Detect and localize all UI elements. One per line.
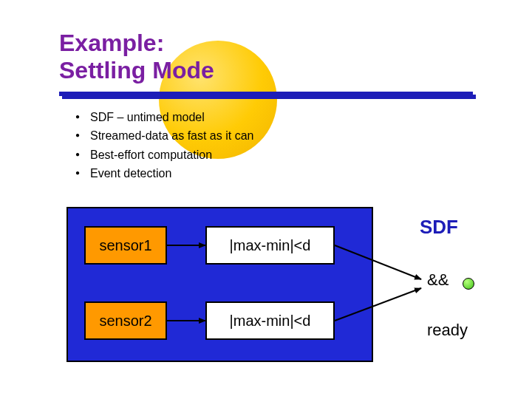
connectors <box>66 207 480 373</box>
svg-line-3 <box>335 288 421 321</box>
ready-label: ready <box>427 321 468 340</box>
bullet-item: Best-effort computation <box>75 146 480 165</box>
slide-title: Example: Settling Mode <box>59 30 480 84</box>
bullet-item: Event detection <box>75 164 480 183</box>
sdf-label: SDF <box>420 216 458 239</box>
diagram: sensor1 sensor2 |max-min|<d |max-min|<d … <box>66 207 480 373</box>
output-token-icon <box>463 278 474 290</box>
underline-bar <box>59 92 473 96</box>
title-line-1: Example: <box>59 30 480 57</box>
title-line-2: Settling Mode <box>59 57 480 84</box>
bullet-item: Streamed-data as fast as it can <box>75 126 480 146</box>
and-label: && <box>427 270 449 290</box>
bullet-list: SDF – untimed model Streamed-data as fas… <box>75 108 480 183</box>
svg-line-2 <box>335 245 421 279</box>
slide: Example: Settling Mode SDF – untimed mod… <box>0 0 532 399</box>
title-underline <box>59 92 480 99</box>
bullet-item: SDF – untimed model <box>75 108 480 127</box>
